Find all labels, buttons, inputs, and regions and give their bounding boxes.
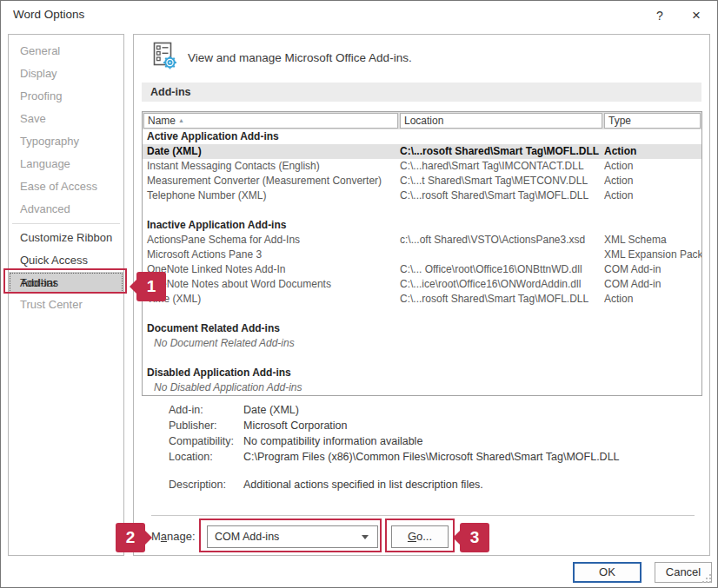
sidebar-item-typography[interactable]: Typography: [9, 130, 123, 153]
cell-type: [604, 129, 701, 144]
detail-label: Description:: [169, 479, 243, 491]
ok-button[interactable]: OK: [573, 562, 642, 583]
detail-row-description: Description:Additional actions specified…: [169, 479, 690, 491]
column-header-name[interactable]: Name▲: [143, 113, 398, 129]
cell-name: No Document Related Add-ins: [143, 336, 400, 351]
sort-ascending-icon: ▲: [178, 117, 184, 123]
table-row[interactable]: Date (XML)C:\...rosoft Shared\Smart Tag\…: [143, 144, 701, 159]
table-row[interactable]: Measurement Converter (Measurement Conve…: [143, 174, 701, 188]
cell-type: COM Add-in: [604, 262, 701, 277]
sidebar-item-customize-ribbon[interactable]: Customize Ribbon: [9, 227, 123, 249]
cell-type: [604, 203, 701, 218]
page-description: View and manage Microsoft Office Add-ins…: [188, 51, 412, 64]
column-header-location[interactable]: Location: [400, 113, 602, 129]
cell-type: Action: [604, 144, 701, 159]
cell-name: ActionsPane Schema for Add-Ins: [143, 233, 400, 248]
table-blank-row: [143, 351, 701, 366]
detail-value: C:\Program Files (x86)\Common Files\Micr…: [243, 452, 690, 463]
cell-location: C:\...rosoft Shared\Smart Tag\MOFL.DLL: [400, 144, 604, 159]
cell-type: Action: [604, 174, 701, 188]
column-header-type[interactable]: Type: [604, 113, 701, 129]
cell-location: [400, 203, 604, 218]
cell-name: Measurement Converter (Measurement Conve…: [143, 174, 400, 188]
resize-grip[interactable]: [702, 572, 713, 583]
cell-name: Instant Messaging Contacts (English): [143, 159, 400, 174]
cell-name: [143, 351, 400, 366]
table-blank-row: [143, 203, 701, 218]
detail-row-location: Location:C:\Program Files (x86)\Common F…: [169, 452, 690, 463]
sidebar-item-add-ins[interactable]: Add-ins: [9, 272, 123, 294]
cell-type: [604, 380, 701, 395]
cell-location: C:\...hared\Smart Tag\IMCONTACT.DLL: [400, 159, 604, 174]
table-row[interactable]: Instant Messaging Contacts (English)C:\.…: [143, 159, 701, 174]
cell-location: [400, 380, 604, 395]
sidebar-item-trust-center[interactable]: Trust Center: [9, 294, 123, 316]
addins-section-header: Add-ins: [142, 83, 701, 102]
sidebar-item-general[interactable]: General: [9, 40, 123, 63]
table-row[interactable]: ActionsPane Schema for Add-Insc:\...oft …: [143, 233, 701, 248]
cell-type: Action: [604, 292, 701, 307]
detail-label: Location:: [169, 452, 243, 463]
page-header: View and manage Microsoft Office Add-ins…: [153, 42, 412, 74]
go-button[interactable]: Go...: [391, 525, 449, 548]
table-blank-row: [143, 307, 701, 321]
manage-dropdown[interactable]: COM Add-ins: [207, 525, 378, 548]
cell-name: Active Application Add-ins: [143, 129, 400, 144]
detail-row-publisher: Publisher:Microsoft Corporation: [169, 420, 690, 432]
addins-gear-icon: [153, 42, 179, 74]
cell-type: COM Add-in: [604, 277, 701, 292]
table-group-row: Document Related Add-ins: [143, 321, 701, 336]
table-header: Name▲ Location Type: [143, 112, 701, 129]
cell-location: [400, 218, 604, 233]
main-panel: View and manage Microsoft Office Add-ins…: [133, 34, 710, 556]
cell-location: C:\...ice\root\Office16\ONWordAddin.dll: [400, 277, 604, 292]
cell-type: XML Expansion Pack: [604, 248, 701, 262]
cell-type: [604, 336, 701, 351]
detail-label: Add-in:: [169, 405, 243, 416]
cell-type: Action: [604, 188, 701, 203]
sidebar-divider: [12, 223, 120, 224]
sidebar-item-quick-access-toolbar[interactable]: Quick Access Toolbar: [9, 249, 123, 272]
cell-location: [400, 351, 604, 366]
addins-table: Name▲ Location Type Active Application A…: [142, 111, 702, 396]
detail-label: Compatibility:: [169, 436, 243, 447]
table-row[interactable]: OneNote Linked Notes Add-InC:\... Office…: [143, 262, 701, 277]
annotation-badge-2: 2: [116, 523, 145, 552]
table-note-row: No Document Related Add-ins: [143, 336, 701, 351]
table-group-row: Active Application Add-ins: [143, 129, 701, 144]
sidebar-item-language[interactable]: Language: [9, 153, 123, 175]
close-icon[interactable]: ×: [684, 4, 708, 27]
sidebar-item-display[interactable]: Display: [9, 63, 123, 85]
table-row[interactable]: OneNote Notes about Word DocumentsC:\...…: [143, 277, 701, 292]
cell-name: Disabled Application Add-ins: [143, 366, 400, 380]
window-title: Word Options: [13, 8, 84, 21]
detail-row-compatibility: Compatibility:No compatibility informati…: [169, 436, 690, 447]
table-row[interactable]: Telephone Number (XML)C:\...rosoft Share…: [143, 188, 701, 203]
cell-location: C:\... Office\root\Office16\ONBttnWD.dll: [400, 262, 604, 277]
cell-name: [143, 203, 400, 218]
cell-name: OneNote Notes about Word Documents: [143, 277, 400, 292]
detail-row-add-in: Add-in:Date (XML): [169, 405, 690, 416]
detail-label: Publisher:: [169, 420, 243, 432]
cell-location: [400, 321, 604, 336]
sidebar-item-proofing[interactable]: Proofing: [9, 85, 123, 108]
cell-type: [604, 351, 701, 366]
manage-dropdown-value: COM Add-ins: [215, 531, 279, 543]
cell-name: Date (XML): [143, 144, 400, 159]
table-row[interactable]: Microsoft Actions Pane 3XML Expansion Pa…: [143, 248, 701, 262]
table-group-row: Disabled Application Add-ins: [143, 366, 701, 380]
help-icon[interactable]: ?: [648, 4, 672, 27]
table-body: Active Application Add-insDate (XML)C:\.…: [143, 129, 701, 395]
sidebar-list: GeneralDisplayProofingSaveTypographyLang…: [9, 40, 123, 316]
sidebar-item-advanced[interactable]: Advanced: [9, 198, 123, 221]
cell-name: [143, 307, 400, 321]
cell-name: OneNote Linked Notes Add-In: [143, 262, 400, 277]
cell-type: [604, 307, 701, 321]
detail-value: Additional actions specified in list des…: [243, 479, 690, 491]
sidebar-item-save[interactable]: Save: [9, 108, 123, 130]
sidebar-item-ease-of-access[interactable]: Ease of Access: [9, 175, 123, 198]
annotation-arrow-left-icon: [130, 279, 137, 294]
cell-location: C:\...t Shared\Smart Tag\METCONV.DLL: [400, 174, 604, 188]
annotation-arrow-left-icon: [453, 530, 461, 545]
table-row[interactable]: Time (XML)C:\...rosoft Shared\Smart Tag\…: [143, 292, 701, 307]
